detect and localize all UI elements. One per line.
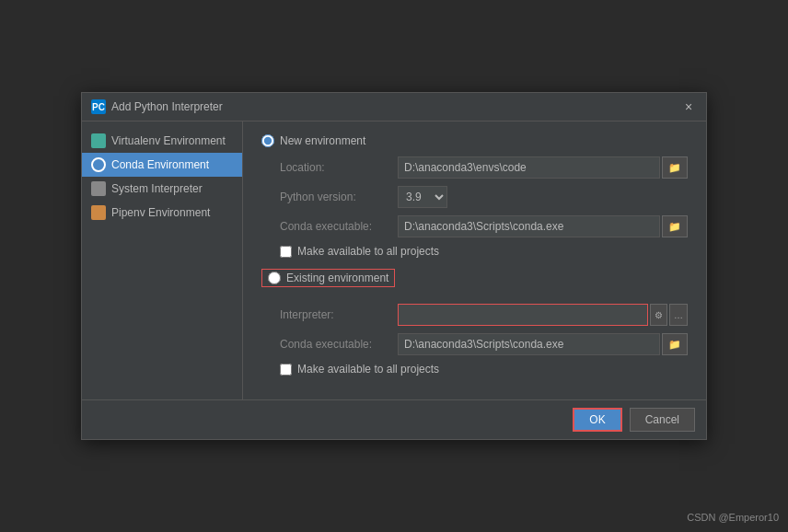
virtualenv-icon <box>91 133 106 148</box>
interpreter-input-wrapper: ⚙ … <box>398 304 688 326</box>
existing-environment-group: Existing environment Interpreter: ⚙ … 环境… <box>261 269 688 376</box>
make-available-row: Make available to all projects <box>280 245 688 258</box>
dialog-footer: OK Cancel <box>82 399 706 439</box>
python-version-select[interactable]: 3.9 3.8 3.7 3.10 <box>398 186 447 208</box>
interpreter-dropdown-button[interactable]: ⚙ <box>650 304 667 326</box>
sidebar-item-virtualenv-label: Virtualenv Environment <box>111 134 226 147</box>
conda-exec-input-wrapper: 📁 <box>398 215 688 237</box>
conda-exec2-label: Conda executable: <box>280 338 390 351</box>
existing-environment-section: Interpreter: ⚙ … 环境torch的路径 Conda execut… <box>261 304 688 376</box>
sidebar-item-system[interactable]: System Interpreter <box>82 177 242 201</box>
system-icon <box>91 181 106 196</box>
conda-icon <box>91 157 106 172</box>
conda-exec-row: Conda executable: 📁 <box>280 215 688 237</box>
cancel-button[interactable]: Cancel <box>630 408 695 432</box>
make-available2-label: Make available to all projects <box>297 363 439 376</box>
existing-environment-radio[interactable] <box>268 272 281 284</box>
location-row: Location: 📁 <box>280 156 688 179</box>
interpreter-input[interactable] <box>398 304 648 326</box>
conda-exec2-row: Conda executable: 📁 <box>280 333 688 355</box>
dialog-body: Virtualenv Environment Conda Environment… <box>82 121 706 399</box>
existing-environment-label: Existing environment <box>286 272 388 284</box>
conda-exec2-browse-button[interactable]: 📁 <box>662 333 688 355</box>
sidebar-item-virtualenv[interactable]: Virtualenv Environment <box>82 129 242 153</box>
sidebar-item-pipenv[interactable]: Pipenv Environment <box>82 201 242 225</box>
location-input-wrapper: 📁 <box>398 156 688 179</box>
python-version-wrapper: 3.9 3.8 3.7 3.10 <box>398 186 447 208</box>
conda-exec-browse-button[interactable]: 📁 <box>662 215 688 237</box>
ok-button[interactable]: OK <box>573 408 621 432</box>
existing-environment-radio-label[interactable]: Existing environment <box>261 269 395 287</box>
title-bar: PC Add Python Interpreter × <box>82 93 706 121</box>
sidebar: Virtualenv Environment Conda Environment… <box>82 121 243 399</box>
sidebar-item-pipenv-label: Pipenv Environment <box>111 206 210 219</box>
python-version-row: Python version: 3.9 3.8 3.7 3.10 <box>280 186 688 208</box>
close-button[interactable]: × <box>680 98 697 115</box>
sidebar-item-system-label: System Interpreter <box>111 182 203 195</box>
new-environment-group: New environment Location: 📁 Python ve <box>261 134 688 258</box>
python-version-label: Python version: <box>280 191 390 203</box>
new-environment-radio[interactable] <box>261 134 274 147</box>
sidebar-item-conda-label: Conda Environment <box>111 158 209 171</box>
watermark: CSDN @Emperor10 <box>687 512 779 523</box>
pycharm-icon: PC <box>91 99 106 114</box>
pipenv-icon <box>91 205 106 220</box>
interpreter-browse-button[interactable]: … <box>669 304 688 326</box>
sidebar-item-conda[interactable]: Conda Environment <box>82 153 242 177</box>
conda-exec2-input-wrapper: 📁 <box>398 333 688 355</box>
make-available-checkbox[interactable] <box>280 246 292 258</box>
location-input[interactable] <box>398 156 660 179</box>
conda-exec-label: Conda executable: <box>280 220 390 233</box>
main-content: New environment Location: 📁 Python ve <box>243 121 706 399</box>
title-bar-left: PC Add Python Interpreter <box>91 99 223 114</box>
new-environment-section: Location: 📁 Python version: 3.9 3.8 <box>261 156 688 258</box>
new-environment-label: New environment <box>280 134 365 147</box>
location-label: Location: <box>280 161 390 174</box>
conda-exec2-input[interactable] <box>398 333 660 355</box>
make-available2-row: Make available to all projects <box>280 363 688 376</box>
interpreter-label: Interpreter: <box>280 308 390 321</box>
dialog-title: Add Python Interpreter <box>111 100 223 113</box>
make-available2-checkbox[interactable] <box>280 364 292 376</box>
make-available-label: Make available to all projects <box>297 245 439 258</box>
interpreter-row: Interpreter: ⚙ … 环境torch的路径 <box>280 304 688 326</box>
new-environment-radio-label[interactable]: New environment <box>261 134 688 147</box>
location-browse-button[interactable]: 📁 <box>662 156 688 179</box>
add-python-interpreter-dialog: PC Add Python Interpreter × Virtualenv E… <box>81 92 707 440</box>
conda-exec-input[interactable] <box>398 215 660 237</box>
